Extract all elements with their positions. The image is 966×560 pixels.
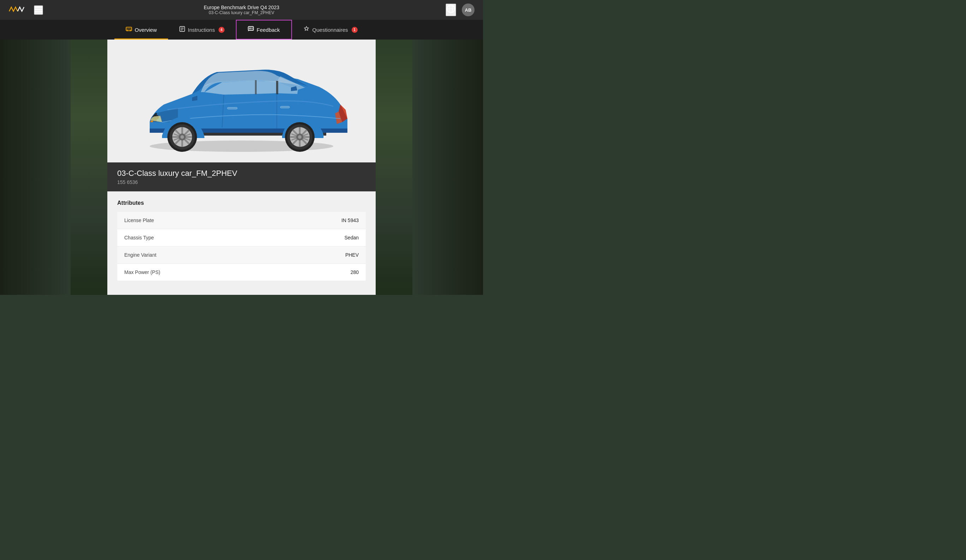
attributes-section: Attributes License Plate IN 5943 Chassis…: [107, 191, 376, 281]
header-center: Europe Benchmark Drive Q4 2023 03-C-Clas…: [204, 5, 279, 15]
attr-value: PHEV: [345, 252, 359, 258]
svg-rect-2: [34, 11, 43, 12]
content-wrapper: 03-C-Class luxury car_FM_2PHEV 155 6536 …: [0, 39, 483, 295]
attributes-title: Attributes: [117, 200, 366, 206]
tab-questionnaires-label: Questionnaires: [312, 27, 348, 33]
tab-instructions-label: Instructions: [188, 27, 215, 33]
svg-rect-19: [255, 80, 257, 94]
attr-label: Engine Variant: [124, 252, 156, 258]
attr-label: Chassis Type: [124, 235, 154, 240]
questionnaires-badge: 1: [352, 27, 358, 33]
language-button[interactable]: [445, 3, 456, 16]
main-content: 03-C-Class luxury car_FM_2PHEV 155 6536 …: [107, 39, 376, 295]
svg-rect-23: [280, 106, 289, 108]
car-name: 03-C-Class luxury car_FM_2PHEV: [117, 169, 366, 178]
page-wrapper: 03-C-Class luxury car_FM_2PHEV 155 6536 …: [0, 39, 483, 295]
tab-feedback-label: Feedback: [257, 27, 280, 33]
attr-label: Max Power (PS): [124, 269, 160, 275]
tab-instructions[interactable]: Instructions 4: [168, 20, 236, 39]
header-right: AB: [445, 3, 475, 16]
tab-overview[interactable]: Overview: [114, 20, 168, 39]
car-image: [122, 48, 361, 154]
instructions-icon: [179, 26, 185, 33]
tab-questionnaires[interactable]: Questionnaires 1: [292, 20, 369, 39]
tab-overview-label: Overview: [135, 27, 157, 33]
svg-rect-22: [227, 107, 237, 109]
user-avatar[interactable]: AB: [462, 3, 475, 16]
attr-value: IN 5943: [342, 217, 359, 223]
svg-point-16: [249, 28, 251, 29]
svg-rect-18: [276, 81, 278, 94]
header: Europe Benchmark Drive Q4 2023 03-C-Clas…: [0, 0, 483, 20]
tab-feedback[interactable]: Feedback: [236, 20, 292, 39]
instructions-badge: 4: [219, 27, 225, 33]
table-row: Chassis Type Sedan: [117, 229, 366, 246]
header-left: [8, 4, 43, 16]
svg-point-34: [181, 135, 184, 139]
logo-waves-icon: [8, 4, 25, 16]
overview-icon: [126, 26, 132, 33]
table-row: License Plate IN 5943: [117, 212, 366, 229]
nav-tabs: Overview Instructions 4 Feedback: [0, 20, 483, 39]
header-subtitle: 03-C-Class luxury car_FM_2PHEV: [204, 10, 279, 15]
table-row: Engine Variant PHEV: [117, 246, 366, 264]
svg-point-45: [298, 135, 302, 139]
car-info-bar: 03-C-Class luxury car_FM_2PHEV 155 6536: [107, 163, 376, 191]
svg-point-9: [127, 30, 128, 31]
attr-value: 280: [351, 269, 359, 275]
questionnaires-icon: [303, 26, 310, 34]
attr-value: Sedan: [345, 235, 359, 240]
svg-point-10: [130, 30, 131, 31]
logo[interactable]: [8, 4, 25, 16]
svg-rect-0: [34, 7, 43, 8]
svg-rect-1: [34, 9, 43, 10]
header-title: Europe Benchmark Drive Q4 2023: [204, 5, 279, 10]
menu-button[interactable]: [34, 5, 43, 15]
table-row: Max Power (PS) 280: [117, 264, 366, 281]
car-id: 155 6536: [117, 179, 366, 185]
attributes-table: License Plate IN 5943 Chassis Type Sedan…: [117, 212, 366, 281]
car-image-container: [107, 39, 376, 163]
feedback-icon: [248, 26, 254, 33]
attr-label: License Plate: [124, 217, 154, 223]
